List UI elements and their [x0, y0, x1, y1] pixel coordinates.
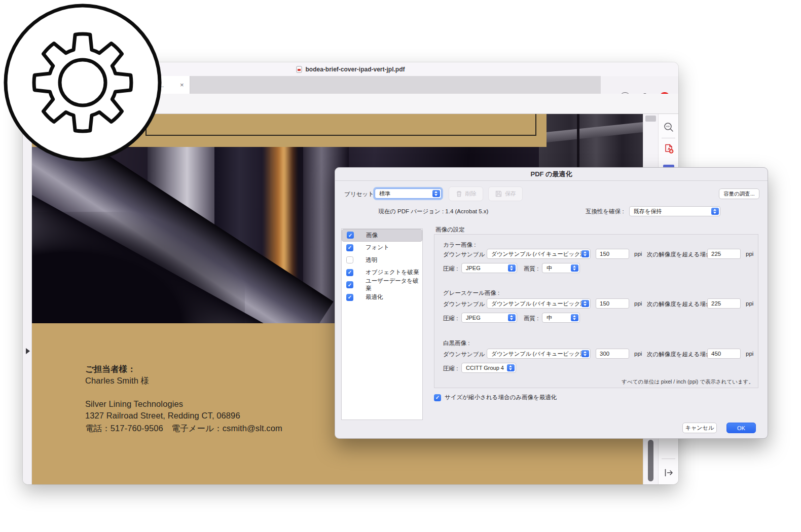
list-item-fonts[interactable]: ✓ フォント — [342, 242, 422, 254]
color-quality-select[interactable]: 中 — [542, 263, 580, 273]
checkbox[interactable]: ✓ — [346, 269, 353, 276]
optimize-only-label: サイズが縮小される場合のみ画像を最適化 — [445, 394, 557, 401]
ok-button[interactable]: OK — [726, 423, 756, 433]
threshold-label: 次の解像度を超える場合 : — [647, 300, 715, 308]
cancel-button[interactable]: キャンセル — [682, 423, 717, 433]
monochrome-resolution-input[interactable]: 300 — [596, 349, 629, 359]
stepper-icon — [507, 364, 515, 371]
pdf-version-text: 現在の PDF バージョン : 1.4 (Acrobat 5.x) — [378, 208, 488, 215]
threshold-label: 次の解像度を超える場合 : — [647, 251, 715, 258]
downsample-label: ダウンサンプル : — [443, 351, 488, 358]
marquee-zoom-icon[interactable] — [663, 122, 674, 133]
list-item-transparency[interactable]: ✓ 透明 — [342, 254, 422, 267]
checkbox[interactable]: ✓ — [346, 294, 353, 301]
pdf-file-icon — [296, 66, 302, 73]
ppi-unit: ppi — [746, 251, 753, 257]
checkbox[interactable]: ✓ — [347, 232, 354, 239]
quality-label: 画質 : — [524, 265, 538, 273]
ppi-unit: ppi — [634, 251, 642, 257]
tab-close-icon[interactable]: × — [180, 81, 184, 89]
compression-label: 圧縮 : — [443, 315, 458, 322]
monochrome-downsample-select[interactable]: ダウンサンプル (バイキュービック法) — [487, 349, 591, 359]
gear-hub-circle — [60, 60, 105, 105]
preset-select[interactable]: 標準 — [375, 188, 442, 199]
image-settings-title: 画像の設定 — [435, 226, 465, 234]
company-contact: 電話：517-760-9506 電子メール：csmith@slt.com — [85, 423, 282, 434]
grayscale-downsample-select[interactable]: ダウンサンプル (バイキュービック法) — [487, 298, 591, 309]
color-downsample-select[interactable]: ダウンサンプル (バイキュービック法) — [487, 249, 591, 259]
monochrome-compression-select[interactable]: CCITT Group 4 — [461, 363, 516, 373]
units-note: すべての単位は pixel / inch (ppi) で表示されています。 — [622, 378, 754, 386]
color-threshold-input[interactable]: 225 — [707, 249, 741, 259]
pdf-optimizer-dialog: PDF の最適化 プリセット : 標準 削除 保存 容量の調査... 現在の P… — [335, 167, 768, 439]
grayscale-images-heading: グレースケール画像 : — [443, 289, 499, 297]
downsample-label: ダウンサンプル : — [443, 300, 488, 308]
stepper-icon — [581, 300, 589, 307]
trash-icon — [455, 190, 463, 198]
quality-label: 画質 : — [524, 315, 538, 322]
scrollbar-top-thumb[interactable] — [645, 116, 656, 122]
document-header-box — [145, 114, 536, 136]
stepper-icon — [571, 314, 578, 321]
checkbox[interactable]: ✓ — [346, 281, 353, 288]
compression-label: 圧縮 : — [443, 265, 458, 273]
grayscale-quality-select[interactable]: 中 — [542, 313, 580, 323]
create-pdf-icon[interactable] — [663, 143, 674, 154]
ppi-unit: ppi — [746, 351, 753, 357]
ppi-unit: ppi — [634, 300, 642, 307]
monochrome-threshold-input[interactable]: 450 — [707, 349, 741, 359]
threshold-label: 次の解像度を超える場合 : — [647, 351, 715, 358]
compression-label: 圧縮 : — [443, 365, 458, 372]
stepper-icon — [581, 250, 589, 257]
optimize-only-checkbox-row[interactable]: ✓ サイズが縮小される場合のみ画像を最適化 — [434, 394, 557, 401]
stepper-icon — [508, 264, 516, 272]
list-item-discard-user-data[interactable]: ✓ ユーザーデータを破棄 — [342, 279, 422, 291]
monochrome-images-heading: 白黒画像 : — [443, 339, 469, 347]
checkbox[interactable]: ✓ — [434, 394, 441, 401]
open-panel-icon[interactable] — [663, 467, 674, 478]
optimizer-category-list: ✓ 画像 ✓ フォント ✓ 透明 ✓ オブジェクトを破棄 ✓ ユーザーデータを破… — [341, 229, 423, 420]
scrollbar-thumb[interactable] — [648, 440, 653, 481]
company-name: Silver Lining Technologies — [85, 399, 183, 409]
stepper-icon — [508, 314, 516, 321]
preset-label: プリセット : — [344, 191, 377, 198]
grayscale-resolution-input[interactable]: 150 — [596, 298, 629, 309]
list-item-images[interactable]: ✓ 画像 — [342, 229, 422, 242]
expand-pane-icon[interactable] — [26, 348, 30, 354]
stepper-icon — [711, 208, 719, 215]
image-settings-panel: カラー画像 : ダウンサンプル : ダウンサンプル (バイキュービック法) 15… — [434, 234, 758, 388]
save-preset-button[interactable]: 保存 — [488, 186, 523, 201]
audit-space-usage-button[interactable]: 容量の調査... — [719, 188, 759, 199]
settings-gear-badge — [0, 0, 165, 165]
nav-pane-strip — [23, 114, 32, 484]
stepper-icon — [571, 264, 578, 272]
ppi-unit: ppi — [746, 300, 753, 307]
save-icon — [495, 190, 502, 198]
compatibility-label: 互換性を確保 : — [586, 208, 624, 215]
grayscale-threshold-input[interactable]: 225 — [707, 298, 741, 309]
compatibility-select[interactable]: 既存を保持 — [629, 206, 720, 216]
delete-preset-button[interactable]: 削除 — [449, 186, 483, 201]
ppi-unit: ppi — [634, 351, 642, 357]
color-images-heading: カラー画像 : — [443, 241, 476, 249]
stepper-icon — [581, 350, 589, 357]
color-compression-select[interactable]: JPEG — [461, 263, 517, 273]
stepper-icon — [432, 190, 440, 197]
recipient-name: Charles Smith 様 — [85, 375, 149, 387]
list-item-cleanup[interactable]: ✓ 最適化 — [342, 291, 422, 304]
checkbox[interactable]: ✓ — [346, 256, 353, 263]
color-resolution-input[interactable]: 150 — [596, 249, 629, 259]
dialog-title: PDF の最適化 — [335, 168, 768, 181]
checkbox[interactable]: ✓ — [346, 244, 353, 251]
recipient-heading: ご担当者様： — [85, 364, 136, 375]
company-address: 1327 Railroad Street, Redding CT, 06896 — [85, 411, 240, 421]
sidebar-divider — [662, 138, 675, 138]
grayscale-compression-select[interactable]: JPEG — [461, 313, 517, 323]
window-title: bodea-brief-cover-ipad-vert-jpl.pdf — [305, 66, 405, 73]
sidebar-bottom-divider — [662, 459, 675, 459]
downsample-label: ダウンサンプル : — [443, 251, 488, 258]
